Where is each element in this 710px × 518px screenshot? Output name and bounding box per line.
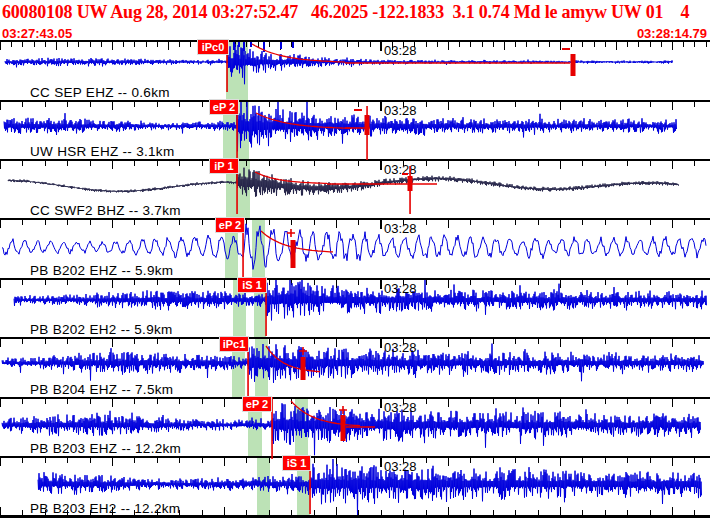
trace-panel-2: 03:28UW HSR EHZ -- 3.1kmeP 2 [0, 100, 710, 159]
pick-flag[interactable]: eP 2 [216, 218, 244, 232]
station-label: PB B202 EHZ -- 5.9km [30, 263, 173, 278]
minute-label: 03:28 [384, 281, 417, 296]
minute-tick [380, 42, 382, 51]
pick-flag[interactable]: iPc1 [220, 337, 248, 351]
minute-label: 03:28 [384, 400, 417, 415]
station-label: CC SEP EHZ -- 0.6km [30, 85, 170, 100]
station-label: PB B203 EHZ -- 12.2km [30, 441, 181, 456]
minute-label: 03:28 [384, 162, 417, 177]
trace-panel-7: 03:28PB B203 EHZ -- 12.2kmeP 2 [0, 397, 710, 456]
trace-panel-3: 03:28CC SWF2 BHZ -- 3.7kmiP 1 [0, 159, 710, 218]
pick-flag[interactable]: iP 1 [210, 159, 238, 173]
station-label: UW HSR EHZ -- 3.1km [30, 144, 174, 159]
pick-flag[interactable]: iS 1 [238, 278, 266, 292]
pick-flag[interactable]: eP 2 [210, 100, 238, 114]
minute-tick [380, 102, 382, 111]
station-label: PB B204 EHZ -- 7.5km [30, 382, 173, 397]
pick-flag[interactable]: eP 2 [243, 397, 271, 411]
pick-flag[interactable]: iPc0 [198, 40, 228, 54]
minute-tick [380, 220, 382, 229]
trace-panel-4: 03:28PB B202 EHZ -- 5.9kmeP 2 [0, 218, 710, 278]
minute-tick [380, 161, 382, 170]
station-label: PB B202 EH2 -- 5.9km [30, 322, 173, 337]
pick-flag[interactable]: iS 1 [283, 456, 310, 470]
minute-label: 03:28 [384, 43, 417, 58]
minute-tick [380, 339, 382, 348]
station-label: CC SWF2 BHZ -- 3.7km [30, 203, 181, 218]
window-start-time: 03:27:43.05 [2, 26, 72, 41]
trace-panel-5: 03:28PB B202 EH2 -- 5.9kmiS 1 [0, 278, 710, 337]
minute-label: 03:28 [384, 340, 417, 355]
minute-tick [380, 458, 382, 467]
seismic-waveform-viewer: 60080108 UW Aug 28, 2014 03:27:52.47 46.… [0, 0, 710, 518]
trace-panel-6: 03:28PB B204 EHZ -- 7.5kmiPc1 [0, 337, 710, 397]
trace-panel-8: 03:28PB B203 EH2 -- 12.2kmiS 1 [0, 456, 710, 516]
event-header-title: 60080108 UW Aug 28, 2014 03:27:52.47 46.… [2, 2, 710, 27]
trace-panel-1: 03:28CC SEP EHZ -- 0.6kmiPc0 [0, 40, 710, 100]
window-end-time: 03:28:14.79 [637, 26, 707, 41]
minute-tick [380, 280, 382, 289]
minute-label: 03:28 [384, 221, 417, 236]
minute-tick [380, 399, 382, 408]
minute-label: 03:28 [384, 103, 417, 118]
minute-label: 03:28 [384, 459, 417, 474]
station-label: PB B203 EH2 -- 12.2km [30, 501, 180, 516]
